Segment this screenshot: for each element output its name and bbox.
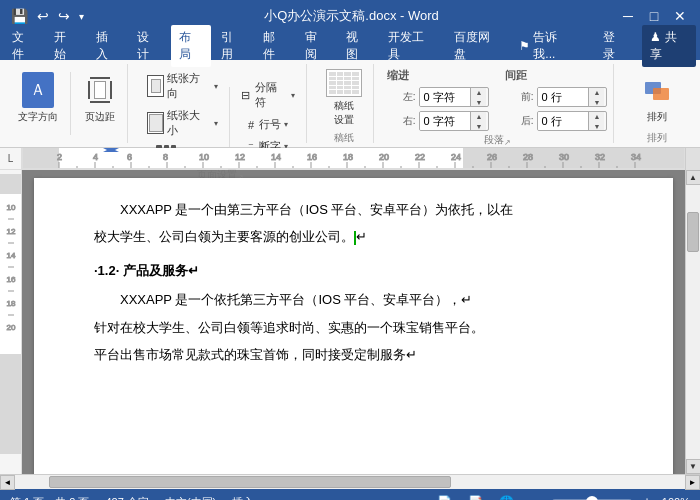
indent-left-field[interactable]: 0 字符 ▲ ▼ [419, 87, 489, 107]
indent-left-row: 左: 0 字符 ▲ ▼ [387, 87, 489, 107]
svg-text:20: 20 [379, 152, 389, 162]
menu-home[interactable]: 开始 [46, 25, 86, 67]
svg-text:14: 14 [6, 251, 15, 260]
menu-developer[interactable]: 开发工具 [380, 25, 444, 67]
svg-rect-2 [23, 148, 59, 169]
group-label-arrange: 排列 [647, 132, 667, 143]
indent-right-up[interactable]: ▲ [471, 111, 486, 121]
spacing-before-field[interactable]: 0 行 ▲ ▼ [537, 87, 607, 107]
svg-text:6: 6 [127, 152, 132, 162]
margins-button[interactable]: 页边距 [79, 68, 121, 128]
spacing-before-down[interactable]: ▼ [589, 97, 604, 107]
h-scroll-track[interactable] [15, 475, 685, 489]
menu-bar: 文件 开始 插入 设计 布局 引用 邮件 审阅 视图 开发工具 百度网盘 ⚑ 告… [0, 32, 700, 60]
zoom-slider-thumb[interactable] [586, 496, 598, 500]
group-label-paragraph: 段落 [484, 133, 504, 147]
ribbon-group-page-setup: 纸张方向 ▾ 纸张大小 ▾ 分栏 ▾ [136, 64, 307, 143]
menu-baidu[interactable]: 百度网盘 [446, 25, 510, 67]
menu-help[interactable]: ⚑ 告诉我... [511, 25, 586, 67]
ribbon-group-paper: 稿纸设置 稿纸 [315, 64, 374, 143]
svg-text:20: 20 [6, 323, 15, 332]
svg-text:8: 8 [163, 152, 168, 162]
scroll-track[interactable] [686, 185, 700, 459]
indent-right-field[interactable]: 0 字符 ▲ ▼ [419, 111, 489, 131]
spacing-after-field[interactable]: 0 行 ▲ ▼ [537, 111, 607, 131]
menu-insert[interactable]: 插入 [88, 25, 128, 67]
scroll-left-button[interactable]: ◄ [0, 475, 15, 490]
indent-right-input[interactable]: 0 字符 [420, 112, 470, 130]
paragraph-4: 针对在校大学生、公司白领等追求时尚、实惠的一个珠宝销售平台。 [94, 316, 613, 339]
svg-rect-57 [0, 174, 22, 194]
paragraph-heading: ·1.2· 产品及服务↵ [94, 259, 613, 282]
menu-layout[interactable]: 布局 [171, 25, 211, 67]
group-label-page-setup [0, 494, 700, 496]
paragraph-dialog-launcher[interactable]: ↗ [504, 138, 511, 147]
doc-scroll-area[interactable]: XXXAPP 是一个由第三方平台（IOS 平台、安卓平台）为依托，以在 校大学生… [22, 170, 685, 474]
horizontal-scrollbar[interactable]: ◄ ► [0, 474, 700, 489]
menu-login[interactable]: 登录 [595, 25, 635, 67]
menu-view[interactable]: 视图 [338, 25, 378, 67]
spacing-before-up[interactable]: ▲ [589, 87, 604, 97]
ruler-container: L 2 4 6 8 10 12 14 16 18 20 22 24 [0, 148, 700, 170]
window-title: 小Q办公演示文稿.docx - Word [87, 7, 616, 25]
svg-rect-59 [0, 354, 22, 454]
paper-size-button[interactable]: 纸张大小 ▾ [142, 105, 224, 141]
svg-text:26: 26 [487, 152, 497, 162]
menu-review[interactable]: 审阅 [297, 25, 337, 67]
manuscript-button[interactable]: 稿纸设置 [321, 68, 367, 128]
svg-text:18: 18 [6, 299, 15, 308]
zoom-level: 100% [662, 496, 690, 500]
svg-text:18: 18 [343, 152, 353, 162]
horizontal-ruler: 2 4 6 8 10 12 14 16 18 20 22 24 26 28 30… [22, 148, 685, 169]
customize-qa-icon[interactable]: ▾ [76, 9, 87, 24]
svg-text:12: 12 [235, 152, 245, 162]
svg-text:10: 10 [6, 203, 15, 212]
scroll-thumb[interactable] [687, 212, 699, 252]
title-bar-left: 💾 ↩ ↪ ▾ [8, 6, 87, 26]
spacing-after-up[interactable]: ▲ [589, 111, 604, 121]
h-scroll-thumb[interactable] [49, 476, 451, 488]
spacing-before-row: 前: 0 行 ▲ ▼ [505, 87, 607, 107]
indent-left-down[interactable]: ▼ [471, 97, 486, 107]
line-numbers-button[interactable]: #行号 ▾ [243, 114, 293, 135]
svg-text:14: 14 [271, 152, 281, 162]
document-page[interactable]: XXXAPP 是一个由第三方平台（IOS 平台、安卓平台）为依托，以在 校大学生… [34, 178, 673, 474]
paragraph-2: 校大学生、公司白领为主要客源的创业公司。↵ [94, 225, 613, 248]
indent-right-row: 右: 0 字符 ▲ ▼ [387, 111, 489, 131]
right-ruler-scroll[interactable] [685, 148, 700, 170]
group-label-manuscript: 稿纸 [334, 132, 354, 143]
spacing-after-down[interactable]: ▼ [589, 121, 604, 131]
paper-orientation-button[interactable]: 纸张方向 ▾ [142, 68, 224, 104]
paragraph-5: 平台出售市场常见款式的珠宝首饰，同时接受定制服务↵ [94, 343, 613, 366]
svg-text:10: 10 [199, 152, 209, 162]
spacing-before-input[interactable]: 0 行 [538, 88, 588, 106]
undo-icon[interactable]: ↩ [34, 6, 52, 26]
spacing-after-input[interactable]: 0 行 [538, 112, 588, 130]
indent-left-input[interactable]: 0 字符 [420, 88, 470, 106]
menu-mailings[interactable]: 邮件 [255, 25, 295, 67]
svg-text:30: 30 [559, 152, 569, 162]
arrange-button[interactable]: 排列 [630, 68, 684, 128]
spacing-after-row: 后: 0 行 ▲ ▼ [505, 111, 607, 131]
scroll-down-button[interactable]: ▼ [686, 459, 701, 474]
paragraph-3: XXXAPP 是一个依托第三方平台（IOS 平台、安卓平台），↵ [94, 288, 613, 311]
menu-references[interactable]: 引用 [213, 25, 253, 67]
menu-share[interactable]: ♟ 共享 [642, 25, 696, 67]
scroll-right-button[interactable]: ► [685, 475, 700, 490]
scroll-up-button[interactable]: ▲ [686, 170, 701, 185]
svg-rect-4 [59, 148, 463, 169]
indent-right-down[interactable]: ▼ [471, 121, 486, 131]
text-direction-button[interactable]: Ａ 文字方向 [14, 68, 62, 128]
redo-icon[interactable]: ↪ [55, 6, 73, 26]
save-icon[interactable]: 💾 [8, 6, 31, 26]
ribbon: Ａ 文字方向 页边距 [0, 60, 700, 148]
vertical-scrollbar[interactable]: ▲ ▼ [685, 170, 700, 474]
ruler-corner[interactable]: L [0, 148, 22, 169]
indent-left-up[interactable]: ▲ [471, 87, 486, 97]
svg-text:34: 34 [631, 152, 641, 162]
svg-text:24: 24 [451, 152, 461, 162]
menu-design[interactable]: 设计 [129, 25, 169, 67]
menu-file[interactable]: 文件 [4, 25, 44, 67]
breaks-button[interactable]: ⊟分隔符 ▾ [236, 77, 300, 113]
text-cursor [354, 231, 356, 245]
